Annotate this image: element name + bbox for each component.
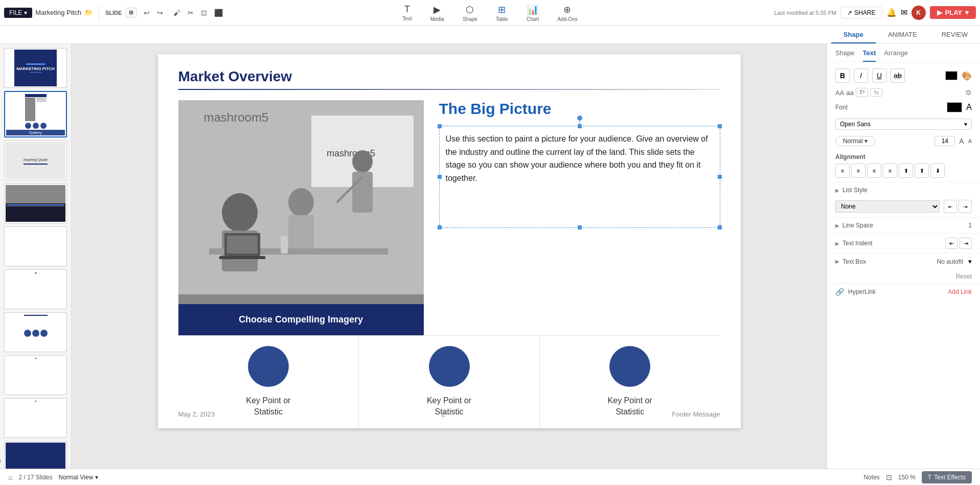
slide-title-underline [178,89,720,90]
panel-tab-text[interactable]: Text [863,49,876,62]
align-justify[interactable]: ≡ [883,164,897,178]
cut-button[interactable]: ✂ [185,7,197,19]
user-avatar[interactable]: K [911,6,926,20]
uppercase-button[interactable]: AA [835,89,844,97]
home-icon[interactable]: ⌂ [8,473,12,481]
play-chevron: ▾ [965,9,969,16]
right-panel: Shape Text Arrange B I U ab 🎨 AA aa T² T… [827,44,980,469]
lowercase-button[interactable]: aa [846,89,853,97]
play-button[interactable]: ▶ PLAY ▾ [930,6,976,19]
align-top[interactable]: ⬆ [899,164,913,178]
handle-ml[interactable] [438,175,442,179]
strikethrough-button[interactable]: ab [891,68,905,83]
slide-thumb-3[interactable]: 3 Inspiring Quote [4,141,67,180]
reset-button[interactable]: Reset [956,273,972,280]
footer-date: May 2, 2023 [178,410,215,418]
handle-tl[interactable] [438,124,442,128]
text-indent-header[interactable]: ▶ Text Indent ⇤ ⇥ [827,233,980,253]
italic-button[interactable]: I [854,68,868,83]
handle-bl[interactable] [438,225,442,229]
mail-button[interactable]: ✉ [901,8,907,17]
align-center[interactable]: ≡ [851,164,865,178]
document-title: Marketing Pitch [35,9,81,16]
slide-thumb-7[interactable]: 7 [4,312,67,352]
chart-tool[interactable]: 📊 Chart [518,2,547,24]
selected-text-box[interactable]: Use this section to paint a picture for … [439,126,720,228]
text-box-header[interactable]: ▶ Text Box No autofit ▾ [827,253,980,269]
addons-tool[interactable]: ⊕ Add-Ons [549,2,585,24]
align-right[interactable]: ≡ [867,164,881,178]
superscript-button[interactable]: T² [856,88,868,97]
footer-page: 2 [442,410,445,418]
tab-animate[interactable]: ANIMATE [876,27,929,43]
paste-button[interactable]: ⬛ [211,7,226,19]
indent-increase[interactable]: ⇥ [959,200,972,213]
slide-thumb-9[interactable]: 9 [4,398,67,438]
font-color-swatch-2[interactable] [947,102,962,112]
slide-thumb-5[interactable]: 5 [4,226,67,266]
handle-tc[interactable] [578,124,582,128]
indent-decrease[interactable]: ⇤ [944,200,957,213]
line-space-header[interactable]: ▶ Line Space 1 [827,217,980,233]
text-box-dropdown-arrow: ▾ [968,258,972,265]
align-left[interactable]: ≡ [835,164,850,178]
slide-thumb-2[interactable]: 2 [4,91,67,137]
list-style-select[interactable]: None Bullet Numbered [835,200,940,213]
more-text-options[interactable]: ⚙ [965,88,972,97]
color-picker-button[interactable]: 🎨 [962,71,972,81]
slide-thumb-4[interactable]: 4 [4,183,67,223]
font-size-up[interactable]: A [959,137,964,145]
redo-button[interactable]: ↪ [154,7,166,19]
align-middle[interactable]: ⬆ [915,164,929,178]
font-size-input[interactable] [935,136,955,146]
align-bottom[interactable]: ⬇ [930,164,945,178]
share-button[interactable]: ↗ SHARE [840,7,882,19]
rotate-handle[interactable] [577,116,582,121]
add-link-button[interactable]: Add Link [948,288,972,295]
bold-button[interactable]: B [835,68,850,83]
top-bar: FILE ▾ Marketing Pitch 📁 SLIDE ⊞ ↩ ↪ 🖌 ✂… [0,0,980,26]
slide-thumb-10[interactable]: 10 [4,441,67,469]
file-button[interactable]: FILE ▾ [4,8,32,18]
subscript-button[interactable]: T₂ [870,88,882,97]
shape-tool[interactable]: ⬡ Shape [454,2,486,24]
doc-folder-icon: 📁 [84,9,93,16]
font-size-down[interactable]: A [968,138,972,144]
handle-tr[interactable] [718,124,722,128]
handle-mr[interactable] [718,175,722,179]
indent-right-btn[interactable]: ⇥ [960,238,972,249]
svg-rect-12 [227,236,258,253]
panel-tab-arrange[interactable]: Arrange [884,49,907,62]
tab-review[interactable]: REVIEW [929,27,980,43]
font-color-swatch[interactable] [945,71,958,80]
normal-view-button[interactable]: Normal View ▾ [59,474,99,481]
file-label: FILE [9,9,22,16]
list-style-header[interactable]: ▶ List Style [827,182,980,198]
notifications-button[interactable]: 🔔 [886,8,897,17]
slide-8-preview [34,357,37,394]
table-tool[interactable]: ⊞ Table [488,2,516,24]
slide-thumb-1[interactable]: 1 MARKETING PITCH [4,48,67,88]
slide-thumb-6[interactable]: 6 [4,269,67,309]
notes-expand-icon[interactable]: ⊡ [886,473,892,481]
font-color-alpha[interactable]: A [966,103,972,112]
text-effects-button[interactable]: T Text Effects [922,471,972,483]
text-effects-icon: T [928,474,931,481]
slide-size-icon[interactable]: ⊞ [126,8,136,17]
handle-bc[interactable] [578,225,582,229]
font-dropdown[interactable]: Open Sans ▾ [835,119,972,130]
handle-br[interactable] [718,225,722,229]
undo-button[interactable]: ↩ [141,7,153,19]
paint-format-button[interactable]: 🖌 [170,7,184,19]
copy-button[interactable]: ⊡ [198,7,210,19]
slide-thumb-8[interactable]: 8 [4,355,67,395]
indent-buttons: ⇤ ⇥ [945,238,972,249]
underline-button[interactable]: U [872,68,886,83]
media-tool[interactable]: ▶ Media [422,2,452,24]
panel-tab-shape[interactable]: Shape [835,49,855,62]
tab-format[interactable]: Shape [831,27,876,43]
text-tool[interactable]: T Text [394,2,420,24]
normal-style-dropdown[interactable]: Normal ▾ [835,136,875,146]
notes-button[interactable]: Notes [863,474,879,481]
indent-left-btn[interactable]: ⇤ [945,238,958,249]
